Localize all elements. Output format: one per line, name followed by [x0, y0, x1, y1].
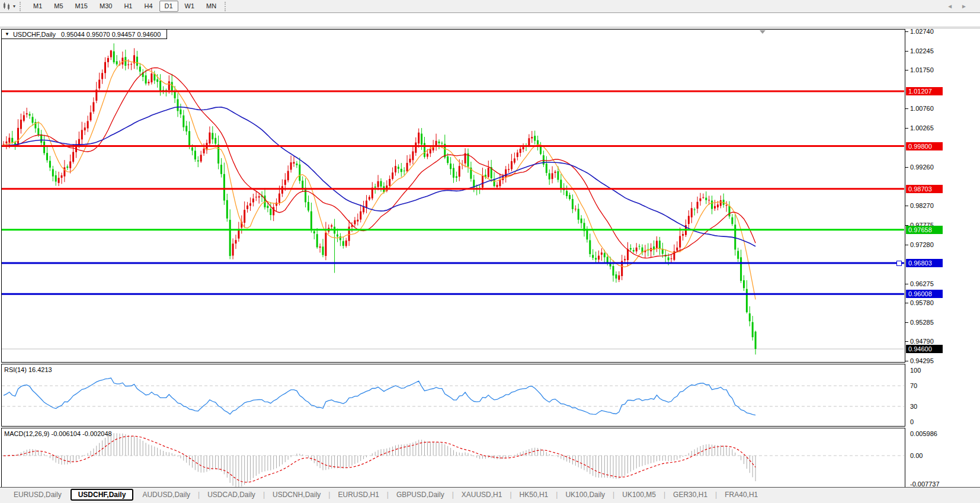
candlestick-series [3, 43, 757, 354]
macd-indicator-label: MACD(12,26,9) -0.006104 -0.002048 [4, 430, 112, 437]
price-level-badge: 0.96008 [906, 290, 943, 298]
tab-fra40-h1[interactable]: FRA40,H1 [717, 489, 766, 500]
chart-type-dropdown-arrow-icon[interactable]: ▾ [13, 4, 15, 9]
tab-usdcad-daily[interactable]: USDCAD,Daily [200, 489, 263, 500]
chart-shift-marker-icon[interactable] [760, 30, 766, 34]
price-axis-tickmark [905, 167, 908, 168]
timeframe-button-m1[interactable]: M1 [28, 1, 47, 12]
price-axis-tickmark [905, 341, 908, 342]
price-axis-tick: 1.00760 [910, 105, 934, 112]
price-level-badge: 0.96803 [906, 259, 943, 267]
tab-eurusd-daily[interactable]: EURUSD,Daily [6, 489, 69, 500]
macd-histogram [4, 433, 755, 488]
price-axis-tickmark [905, 206, 908, 206]
tab-hk50-h1[interactable]: HK50,H1 [512, 489, 556, 500]
toolbar-drag-handle-2[interactable] [225, 2, 229, 11]
tab-audusd-daily[interactable]: AUDUSD,Daily [134, 489, 198, 500]
timeframe-button-w1[interactable]: W1 [180, 1, 200, 12]
tab-scroll-right-icon[interactable]: ► [961, 3, 975, 9]
price-axis-tick: 0.94295 [910, 357, 934, 364]
tab-xauusd-h1[interactable]: XAUUSD,H1 [454, 489, 510, 500]
price-axis-tick: 0.99260 [910, 164, 934, 171]
price-axis-tickmark [905, 108, 908, 109]
moving-average-55-line [4, 107, 755, 246]
price-axis-tickmark [905, 322, 908, 323]
chart-ohlc-values: 0.95044 0.95070 0.94457 0.94600 [61, 31, 161, 38]
main-pane-graphics [2, 43, 904, 354]
chart-symbol-period: USDCHF,Daily [13, 31, 56, 38]
timeframe-button-m15[interactable]: M15 [70, 1, 93, 12]
price-axis-tick: 0.97280 [910, 241, 934, 248]
chart-title-box[interactable]: ▼ USDCHF,Daily 0.95044 0.95070 0.94457 0… [1, 29, 167, 39]
price-chart-canvas[interactable] [0, 13, 980, 503]
macd-axis-tick: 0.005986 [910, 430, 937, 437]
price-level-badge: 0.98703 [906, 185, 943, 193]
price-axis-tickmark [905, 128, 908, 129]
rsi-axis-tick: 70 [910, 382, 917, 389]
timeframe-toolbar: ▾ M1M5M15M30H1H4D1W1MN [0, 0, 980, 13]
price-axis-tick: 1.02740 [910, 28, 934, 35]
toolbar-drag-handle[interactable] [20, 2, 24, 11]
tab-eurusd-h1[interactable]: EURUSD,H1 [330, 489, 386, 500]
price-axis-tickmark [905, 361, 908, 361]
rsi-axis-tick: 100 [910, 367, 921, 374]
macd-axis-tick: 0.00 [910, 452, 923, 459]
timeframe-button-m5[interactable]: M5 [49, 1, 68, 12]
price-level-badge: 1.01207 [906, 87, 943, 95]
tab-scroll-left-icon[interactable]: ◄ [947, 3, 961, 9]
price-level-badge: 0.99800 [906, 142, 943, 150]
rsi-pane-graphics [2, 378, 904, 415]
tab-gbpusd-daily[interactable]: GBPUSD,Daily [389, 489, 452, 500]
price-axis-tick: 1.02245 [910, 47, 934, 55]
collapse-arrow-icon[interactable]: ▼ [5, 31, 9, 37]
tab-scroll-arrows[interactable]: ◄► [947, 3, 975, 9]
tab-usdcnh-daily[interactable]: USDCNH,Daily [265, 489, 328, 500]
rsi-axis-tick: 30 [910, 403, 917, 410]
price-axis-tickmark [905, 303, 908, 303]
price-axis-tickmark [905, 245, 908, 245]
tab-uk100-m5[interactable]: UK100,M5 [614, 489, 664, 500]
price-axis-tick: 0.98270 [910, 202, 934, 209]
price-axis-tick: 0.95285 [910, 319, 934, 326]
tab-usdchf-daily[interactable]: USDCHF,Daily [71, 489, 134, 501]
chart-type-icon[interactable] [2, 2, 12, 11]
tab-ger30-h1[interactable]: GER30,H1 [665, 489, 715, 500]
price-axis-tickmark [905, 284, 908, 284]
chart-region: ▼ USDCHF,Daily 0.95044 0.95070 0.94457 0… [0, 13, 980, 487]
timeframe-button-d1[interactable]: D1 [159, 1, 178, 12]
price-axis-tick: 1.01750 [910, 66, 934, 73]
price-axis-tick: 1.00265 [910, 124, 934, 132]
tab-uk100-daily[interactable]: UK100,Daily [558, 489, 613, 500]
price-level-badge: 0.94600 [906, 345, 943, 353]
rsi-axis-tick: 0 [910, 418, 914, 425]
rsi-line [4, 378, 755, 415]
timeframe-button-h1[interactable]: H1 [119, 1, 137, 12]
price-axis-tick: 0.95780 [910, 299, 934, 306]
macd-pane-graphics [2, 433, 904, 488]
price-axis-tick: 0.94790 [910, 338, 934, 345]
price-axis-tickmark [905, 70, 908, 71]
price-axis-tick: 0.96275 [910, 280, 934, 287]
line-selection-grip[interactable] [896, 261, 902, 266]
price-axis-tickmark [905, 31, 908, 32]
macd-signal-line [4, 436, 755, 482]
timeframe-button-h4[interactable]: H4 [139, 1, 158, 12]
timeframe-button-m30[interactable]: M30 [94, 1, 117, 12]
timeframe-button-mn[interactable]: MN [201, 1, 222, 12]
price-level-badge: 0.97658 [906, 226, 943, 234]
chart-tab-bar: EURUSD,DailyUSDCHF,DailyAUDUSD,Daily|USD… [0, 487, 980, 502]
rsi-indicator-label: RSI(14) 16.4213 [4, 366, 52, 373]
price-axis-tickmark [905, 51, 908, 52]
